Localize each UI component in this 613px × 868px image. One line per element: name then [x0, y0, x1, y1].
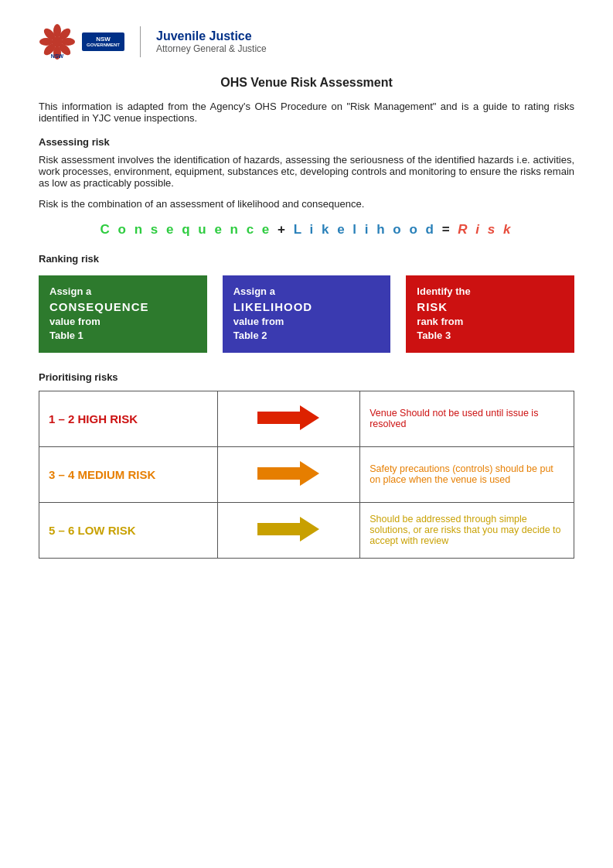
header: NSW NSW GOVERNMENT Juvenile Justice Atto…: [39, 23, 574, 60]
high-arrow-cell: [217, 391, 360, 446]
logo-divider: [140, 26, 141, 57]
formula-risk: R i s k: [458, 222, 513, 237]
low-action-cell: Should be addressed through simple solut…: [360, 502, 574, 558]
ranking-boxes: Assign a CONSEQUENCE value from Table 1 …: [39, 275, 574, 353]
consequence-box: Assign a CONSEQUENCE value from Table 1: [39, 275, 207, 353]
high-risk-label: 1 – 2 HIGH RISK: [39, 391, 218, 446]
svg-marker-10: [257, 405, 319, 430]
likelihood-line2: LIKELIHOOD: [233, 299, 380, 315]
consequence-line3: value from: [49, 315, 196, 329]
risk-line4: Table 3: [417, 329, 564, 343]
risk-line3: rank from: [417, 315, 564, 329]
svg-point-8: [52, 36, 63, 47]
logo-text: Juvenile Justice Attorney General & Just…: [156, 29, 267, 54]
likelihood-box: Assign a LIKELIHOOD value from Table 2: [223, 275, 391, 353]
page-title: OHS Venue Risk Assessment: [39, 76, 574, 90]
assessing-para2: Risk is the combination of an assessment…: [39, 198, 574, 210]
high-arrow-icon: [257, 402, 319, 433]
low-risk-label: 5 – 6 LOW RISK: [39, 502, 218, 558]
high-risk-row: 1 – 2 HIGH RISK Venue Should not be used…: [39, 391, 574, 446]
low-arrow-icon: [257, 514, 319, 545]
low-arrow-cell: [217, 502, 360, 558]
formula: C o n s e q u e n c e + L i k e l i h o …: [39, 222, 574, 238]
risk-line2: RISK: [417, 299, 564, 315]
low-risk-row: 5 – 6 LOW RISK Should be addressed throu…: [39, 502, 574, 558]
high-action-cell: Venue Should not be used until issue is …: [360, 391, 574, 446]
medium-risk-label: 3 – 4 MEDIUM RISK: [39, 446, 218, 502]
likelihood-line3: value from: [233, 315, 380, 329]
assessing-para1: Risk assessment involves the identificat…: [39, 154, 574, 189]
risk-line1: Identify the: [417, 285, 564, 299]
assessing-heading: Assessing risk: [39, 136, 574, 148]
svg-marker-11: [257, 461, 319, 486]
ranking-heading: Ranking risk: [39, 253, 574, 265]
nsw-logo: NSW NSW GOVERNMENT: [39, 23, 124, 60]
consequence-line2: CONSEQUENCE: [49, 299, 196, 315]
org-name: Juvenile Justice: [156, 29, 267, 43]
consequence-line1: Assign a: [49, 285, 196, 299]
risk-table: 1 – 2 HIGH RISK Venue Should not be used…: [39, 391, 574, 559]
formula-consequence: C o n s e q u e n c e: [100, 222, 272, 237]
medium-risk-row: 3 – 4 MEDIUM RISK Safety precautions (co…: [39, 446, 574, 502]
formula-likelihood: L i k e l i h o o d: [294, 222, 436, 237]
nsw-flower-icon: NSW: [39, 23, 76, 60]
formula-plus: +: [278, 222, 294, 237]
formula-equals: =: [442, 222, 458, 237]
medium-action-cell: Safety precautions (controls) should be …: [360, 446, 574, 502]
consequence-line4: Table 1: [49, 329, 196, 343]
nsw-badge: NSW GOVERNMENT: [82, 32, 124, 52]
org-sub: Attorney General & Justice: [156, 43, 267, 54]
medium-arrow-icon: [257, 458, 319, 489]
logo-area: NSW NSW GOVERNMENT Juvenile Justice Atto…: [39, 23, 267, 60]
footer-space: [39, 559, 574, 605]
svg-marker-12: [257, 517, 319, 542]
likelihood-line1: Assign a: [233, 285, 380, 299]
risk-box: Identify the RISK rank from Table 3: [406, 275, 574, 353]
likelihood-line4: Table 2: [233, 329, 380, 343]
intro-text: This information is adapted from the Age…: [39, 101, 574, 124]
svg-text:NSW: NSW: [51, 53, 64, 59]
medium-arrow-cell: [217, 446, 360, 502]
prioritising-heading: Prioritising risks: [39, 371, 574, 383]
